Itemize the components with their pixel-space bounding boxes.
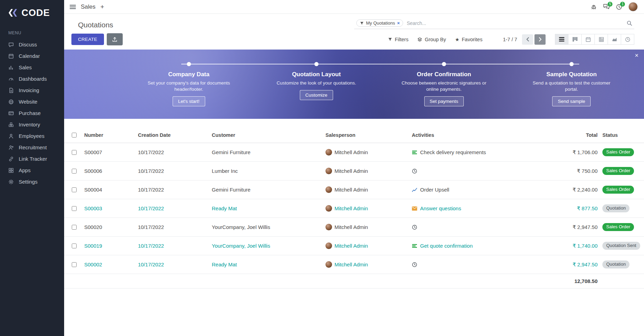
sidebar-item-label: Apps	[19, 167, 31, 173]
messages-icon[interactable]: 5	[603, 4, 610, 10]
calendar-icon	[8, 53, 14, 59]
table-row[interactable]: S00002 10/17/2022 Ready Mat Mitchell Adm…	[64, 255, 644, 274]
sidebar-item-inventory[interactable]: Inventory	[0, 119, 64, 130]
row-checkbox[interactable]	[72, 225, 77, 230]
send-sample-button[interactable]: Send sample	[552, 96, 591, 106]
pager-previous-button[interactable]	[522, 34, 533, 45]
user-avatar[interactable]	[628, 2, 638, 11]
table-total-sum: 12,708.50	[546, 278, 598, 284]
upload-icon	[112, 37, 118, 42]
row-checkbox[interactable]	[72, 206, 77, 211]
search-facet: My Quotations ×	[356, 19, 403, 27]
calendar-view-button[interactable]	[581, 34, 595, 45]
row-checkbox[interactable]	[72, 150, 77, 155]
row-checkbox[interactable]	[72, 169, 77, 174]
banner-close-icon[interactable]: ×	[635, 52, 638, 59]
export-button[interactable]	[107, 33, 123, 45]
pivot-view-button[interactable]	[594, 34, 608, 45]
employees-icon	[8, 133, 14, 139]
column-header-status[interactable]: Status	[602, 132, 644, 138]
group-by-button[interactable]: Group By	[413, 37, 450, 42]
sidebar-item-website[interactable]: Website	[0, 96, 64, 107]
kanban-view-button[interactable]	[568, 34, 582, 45]
table-row[interactable]: S00020 10/17/2022 YourCompany, Joel Will…	[64, 218, 644, 237]
star-icon: ★	[455, 37, 460, 42]
graph-view-button[interactable]	[608, 34, 621, 45]
table-row[interactable]: S00006 10/17/2022 Lumber Inc Mitchell Ad…	[64, 162, 644, 180]
sidebar-item-apps[interactable]: Apps	[0, 165, 64, 176]
sidebar-item-discuss[interactable]: Discuss	[0, 39, 64, 50]
sidebar-item-dashboards[interactable]: Dashboards	[0, 73, 64, 85]
sidebar-item-purchase[interactable]: Purchase	[0, 107, 64, 119]
search-icon[interactable]	[627, 20, 632, 26]
purchase-icon	[8, 110, 14, 116]
table-row[interactable]: S00007 10/17/2022 Gemini Furniture Mitch…	[64, 143, 644, 162]
topbar: Sales + 5 1	[64, 0, 644, 14]
step-quotation-layout: Quotation Layout Customize the look of y…	[253, 50, 380, 119]
salesperson-avatar	[325, 224, 332, 230]
brand-logo-icon	[8, 8, 18, 17]
facet-label: My Quotations	[366, 20, 395, 26]
sidebar-item-label: Settings	[19, 179, 37, 185]
column-header-customer[interactable]: Customer	[212, 132, 325, 138]
step-company-data: Company Data Set your company's data for…	[125, 50, 253, 119]
sales-icon	[8, 64, 14, 70]
select-all-checkbox[interactable]	[72, 133, 77, 138]
envelope-icon[interactable]	[412, 206, 417, 211]
column-header-creation-date[interactable]: Creation Date	[138, 132, 212, 138]
sidebar-item-calendar[interactable]: Calendar	[0, 50, 64, 62]
brand-logo-text: CODE	[21, 8, 50, 18]
lets-start-button[interactable]: Let's start!	[173, 96, 205, 106]
salesperson-avatar	[325, 261, 332, 268]
table-row[interactable]: S00019 10/17/2022 YourCompany, Joel Will…	[64, 237, 644, 255]
list-view-button[interactable]	[555, 34, 568, 45]
favorites-button[interactable]: ★ Favorites	[451, 37, 487, 42]
chevron-left-icon	[526, 37, 529, 42]
pager-next-button[interactable]	[534, 34, 546, 45]
bug-icon[interactable]	[591, 4, 597, 10]
column-header-salesperson[interactable]: Salesperson	[325, 132, 412, 138]
set-payments-button[interactable]: Set payments	[424, 96, 464, 106]
link-tracker-icon	[8, 156, 14, 162]
add-tab-button[interactable]: +	[101, 3, 104, 10]
table-row[interactable]: S00004 10/17/2022 Gemini Furniture Mitch…	[64, 180, 644, 199]
sidebar-item-invoicing[interactable]: Invoicing	[0, 85, 64, 96]
sidebar-item-label: Inventory	[19, 122, 40, 127]
line-chart-icon[interactable]	[412, 187, 417, 193]
clock-icon[interactable]	[412, 168, 417, 174]
sidebar-item-employees[interactable]: Employees	[0, 130, 64, 142]
row-checkbox[interactable]	[72, 187, 77, 192]
table-footer-row: 12,708.50	[64, 274, 644, 289]
step-order-confirmation: Order Confirmation Choose between electr…	[380, 50, 508, 119]
apps-icon	[8, 167, 14, 173]
sidebar-item-settings[interactable]: Settings	[0, 176, 64, 187]
brand-logo[interactable]: CODE	[0, 0, 64, 26]
tasks-icon[interactable]	[412, 243, 417, 249]
activity-clock-icon	[625, 37, 630, 42]
clock-icon[interactable]	[412, 224, 417, 230]
facet-remove-icon[interactable]: ×	[397, 20, 400, 26]
column-header-number[interactable]: Number	[84, 132, 138, 138]
filters-button[interactable]: Filters	[383, 37, 413, 42]
search-input[interactable]	[407, 20, 623, 26]
activity-view-button[interactable]	[621, 34, 634, 45]
column-header-total[interactable]: Total	[546, 132, 598, 138]
table-row[interactable]: S00003 10/17/2022 Ready Mat Mitchell Adm…	[64, 199, 644, 218]
sidebar-item-label: Website	[19, 99, 37, 105]
sidebar-item-recruitment[interactable]: Recruitment	[0, 142, 64, 153]
sidebar-item-link-tracker[interactable]: Link Tracker	[0, 153, 64, 165]
activities-clock-icon[interactable]: 1	[616, 4, 622, 10]
quotations-table: Number Creation Date Customer Salesperso…	[64, 127, 644, 289]
row-checkbox[interactable]	[72, 262, 77, 267]
column-header-activities[interactable]: Activities	[412, 132, 546, 138]
clock-icon[interactable]	[412, 262, 417, 267]
sidebar-item-sales[interactable]: Sales	[0, 62, 64, 73]
tasks-icon[interactable]	[412, 150, 417, 155]
step-dot	[314, 62, 319, 66]
status-badge: Quotation	[602, 204, 629, 212]
create-button[interactable]: CREATE	[71, 34, 104, 45]
sidebar-item-label: Link Tracker	[19, 156, 47, 162]
hamburger-menu-icon[interactable]	[70, 5, 76, 9]
customize-button[interactable]: Customize	[300, 90, 333, 100]
row-checkbox[interactable]	[72, 244, 77, 248]
